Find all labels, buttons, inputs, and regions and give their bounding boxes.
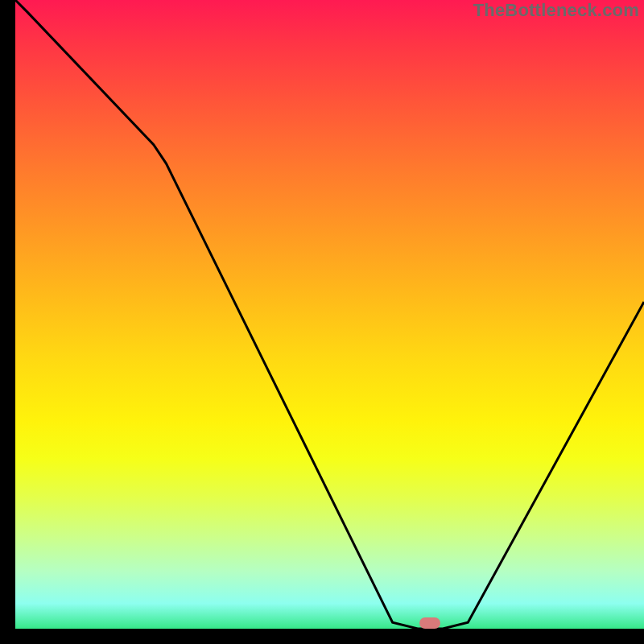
curve-path [15, 0, 644, 629]
optimal-marker-icon [419, 617, 440, 629]
bottleneck-curve [15, 0, 644, 629]
plot-outer: TheBottleneck.com [15, 0, 644, 629]
plot-area: TheBottleneck.com [15, 0, 644, 629]
attribution-label: TheBottleneck.com [473, 0, 639, 21]
chart-frame: TheBottleneck.com [0, 0, 644, 644]
